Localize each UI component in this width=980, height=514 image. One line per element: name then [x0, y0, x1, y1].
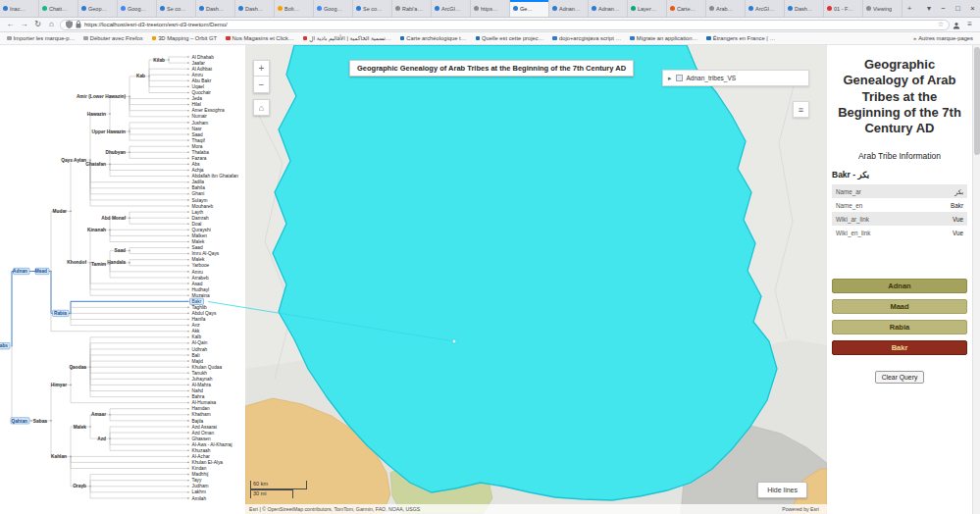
tree-leaf-label[interactable]: Jusham [192, 121, 209, 126]
tree-branch-label[interactable]: Azd [97, 437, 106, 441]
browser-tab[interactable]: Dash… [196, 0, 235, 17]
other-bookmarks[interactable]: » Autres marque-pages [913, 35, 973, 41]
browser-tab[interactable]: Bolt… [275, 0, 314, 17]
tree-leaf-label[interactable]: Al-Mahra [192, 383, 212, 387]
tree-leaf-label[interactable]: Khulan Qudaa [192, 365, 223, 370]
scrollbar[interactable] [972, 45, 980, 514]
tree-branch-label[interactable]: Sabaa [33, 419, 47, 424]
map-canvas[interactable] [245, 45, 827, 514]
tree-leaf-label[interactable]: Jaafar [192, 61, 206, 66]
tree-branch-label[interactable]: Tamim [91, 262, 106, 267]
tree-branch-label[interactable]: Himyar [51, 383, 67, 387]
browser-tab[interactable]: Viewing [863, 0, 903, 17]
browser-tab[interactable]: Carte… [667, 0, 706, 17]
bookmark-item[interactable]: تسمية الحاكمية | الأقاليم بادية ال… [303, 35, 391, 41]
hide-lines-button[interactable]: Hide lines [757, 482, 807, 498]
url-text[interactable]: https://localhost/esri-d3-treetom/esri-d… [84, 22, 935, 27]
tree-leaf-label[interactable]: Jeda [192, 96, 203, 101]
browser-tab[interactable]: Goog… [118, 0, 157, 17]
tree-leaf-label[interactable]: Khatham [192, 412, 211, 417]
zoom-in-button[interactable]: + [253, 60, 270, 77]
tree-leaf-label[interactable]: Al-Aws - Al-Khazraj [192, 442, 232, 447]
caret-right-icon[interactable]: ▸ [668, 75, 672, 82]
tree-leaf-label[interactable]: Bali [192, 353, 200, 358]
browser-tab[interactable]: Geop… [78, 0, 118, 17]
browser-tab[interactable]: ArcGI… [432, 0, 471, 17]
tree-leaf-label[interactable]: Nahd [192, 388, 204, 393]
tree-leaf-label[interactable]: Mora [192, 144, 203, 149]
browser-tab[interactable]: Adnan… [549, 0, 589, 17]
tree-branch-label[interactable]: Kahlan [51, 454, 67, 459]
address-bar[interactable]: https://localhost/esri-d3-treetom/esri-d… [60, 20, 950, 30]
browser-tab[interactable]: Chatt… [39, 0, 78, 17]
tree-leaf-label[interactable]: Akk [192, 329, 201, 334]
browser-tab[interactable]: https… [471, 0, 510, 17]
tree-leaf-label[interactable]: Layth [192, 210, 204, 215]
tree-branch-label[interactable]: Dhubyan [105, 150, 126, 155]
tree-leaf-label[interactable]: Abdul Qays [192, 311, 217, 316]
tree-leaf-label[interactable]: Quochair [192, 90, 212, 95]
tree-leaf-label[interactable]: Amer Essoghra [192, 108, 225, 113]
scrollbar-thumb[interactable] [974, 47, 980, 155]
legend-button[interactable]: ≡ [793, 101, 809, 118]
tree-leaf-label[interactable]: Bajila [192, 419, 204, 424]
tree-leaf-label[interactable]: Amru [192, 73, 204, 77]
tree-leaf-label[interactable]: Taghlib [192, 305, 208, 310]
forward-icon[interactable]: → [19, 21, 29, 28]
tree-leaf-label[interactable]: Madhhij [192, 472, 209, 477]
tree-leaf-label[interactable]: Anz [192, 323, 201, 328]
browser-tab[interactable]: 01 - F… [824, 0, 863, 17]
tree-branch-label[interactable]: Qahtan [11, 419, 27, 424]
bookmark-item[interactable]: Migrate an application… [630, 35, 697, 41]
tree-leaf-label[interactable]: Achja [192, 168, 204, 173]
bookmark-item[interactable]: 3D Mapping – Orbit GT [152, 35, 217, 41]
tree-branch-label[interactable]: Arabs [0, 343, 8, 348]
tree-leaf-label[interactable]: Hamdan [192, 406, 210, 411]
tree-leaf-label[interactable]: Muzaina [192, 293, 210, 298]
tree-leaf-label[interactable]: Bahila [192, 185, 206, 190]
tree-leaf-label[interactable]: Malek [192, 257, 205, 262]
tree-leaf-label[interactable]: Doal [192, 222, 202, 227]
tree-leaf-label[interactable]: Azd Assarat [192, 425, 218, 430]
tree-leaf-label[interactable]: Hilal [192, 102, 201, 107]
tree-branch-label[interactable]: Rabia [54, 311, 67, 316]
tree-branch-label[interactable]: Qays Aylan [61, 158, 86, 163]
tree-branch-label[interactable]: Kilab [153, 58, 165, 63]
tree-branch-label[interactable]: Saad [115, 248, 127, 253]
info-link[interactable]: Vue [923, 226, 967, 239]
tree-leaf-label[interactable]: Judham [192, 484, 209, 488]
tree-leaf-label[interactable]: Tayy [192, 478, 202, 483]
tree-leaf-label[interactable]: Abs [192, 162, 201, 167]
tree-branch-label[interactable]: Amir (Lower Hawazin) [77, 94, 127, 99]
tree-leaf-label[interactable]: Bahra [192, 394, 205, 399]
tab-list-button[interactable]: ▾ [922, 0, 936, 17]
tree-leaf-label[interactable]: Khulan El-Alya [192, 460, 224, 465]
browser-tab[interactable]: Dash… [785, 0, 824, 17]
browser-tab[interactable]: Ge… [510, 0, 549, 17]
tree-leaf-label[interactable]: Kalb [192, 334, 202, 339]
bookmark-item[interactable]: Quelle est cette projec… [476, 35, 544, 41]
tree-leaf-label[interactable]: Qurayshi [192, 228, 211, 232]
lineage-button-bakr[interactable]: Bakr [832, 340, 967, 355]
clear-query-button[interactable]: Clear Query [875, 371, 925, 384]
tree-branch-label[interactable]: Abd Monaf [101, 216, 126, 221]
tree-leaf-label[interactable]: Amilah [192, 496, 207, 501]
bookmark-item[interactable]: dojo+arcgisjava script … [552, 35, 621, 41]
browser-tab[interactable]: Se co… [157, 0, 196, 17]
tree-leaf-label[interactable]: Udhrah [192, 347, 208, 352]
bookmark-star-icon[interactable]: ☆ [938, 21, 944, 28]
tree-branch-label[interactable]: Malek [74, 425, 87, 430]
browser-tab[interactable]: Arab… [706, 0, 746, 17]
tree-branch-label[interactable]: Mudar [53, 209, 68, 214]
tree-leaf-label[interactable]: Majid [192, 359, 204, 364]
tree-leaf-label[interactable]: Al-Achar [192, 454, 211, 459]
browser-tab[interactable]: Rabi'a… [392, 0, 432, 17]
tree-leaf-label[interactable]: Azd Oman [192, 431, 215, 436]
tree-leaf-label[interactable]: Al Dhabab [192, 55, 215, 60]
tree-branch-label[interactable]: Ghatafan [85, 162, 106, 167]
tree-leaf-label[interactable]: Damrah [192, 216, 209, 221]
bookmark-item[interactable]: Carte archéologique t… [400, 35, 467, 41]
maximize-button[interactable]: □ [951, 0, 965, 17]
tree-branch-label[interactable]: Amaar [91, 412, 106, 417]
bookmark-item[interactable]: Importer les marque-p… [7, 35, 75, 41]
